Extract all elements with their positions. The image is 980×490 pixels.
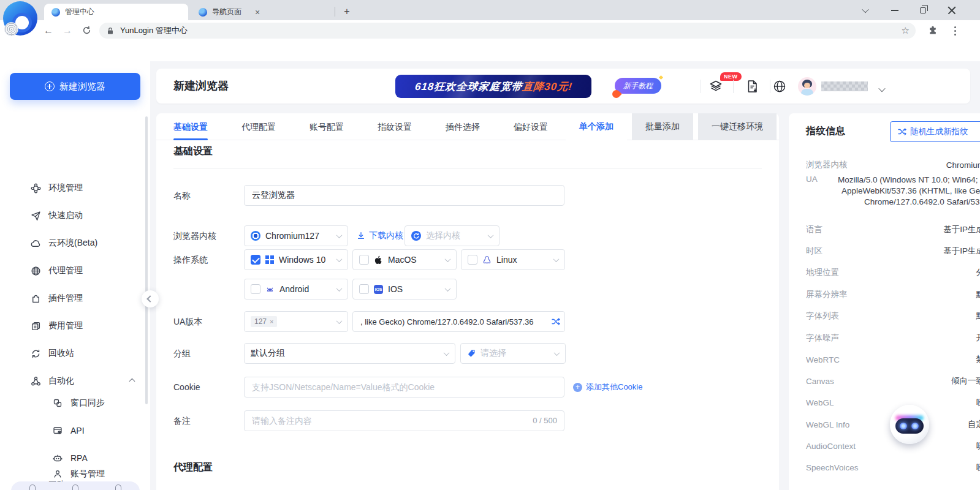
ua-version-select[interactable]: 127× [244, 311, 348, 332]
tab-title: 管理中心 [65, 7, 94, 17]
mode-migrate-env[interactable]: 一键迁移环境 [698, 113, 777, 140]
reload-icon[interactable] [78, 20, 94, 40]
collapse-arrow-icon[interactable] [129, 378, 135, 384]
sidebar-footer-bar[interactable] [11, 481, 140, 490]
checkbox-unchecked[interactable] [251, 284, 260, 294]
fingerprint-row: 时区基于IP生成 [789, 240, 980, 262]
group-select[interactable]: 默认分组 [244, 343, 455, 364]
os-linux-select[interactable]: Linux [461, 249, 565, 270]
name-input[interactable] [244, 185, 564, 206]
add-cookie-link[interactable]: 添加其他Cookie [573, 377, 642, 398]
download-icon [357, 232, 365, 240]
tab-preference-settings[interactable]: 偏好设置 [514, 113, 548, 140]
fingerprint-row: SpeechVoices噪 [789, 457, 980, 478]
os-ios-select[interactable]: IOS [352, 279, 457, 300]
sidebar-item-recycle[interactable]: 回收站 [0, 343, 150, 364]
ua-string-input[interactable] [352, 311, 565, 332]
tutorial-button[interactable]: 新手教程 [615, 78, 661, 94]
browser-tab-active[interactable]: 管理中心 [44, 4, 188, 20]
layers-icon[interactable] [708, 79, 723, 94]
tab-close-icon[interactable]: × [255, 7, 260, 17]
paper-plane-icon [31, 211, 41, 221]
sidebar-item-cloud-env[interactable]: 云环境(Beta) [0, 233, 150, 254]
tab-fingerprint-settings[interactable]: 指纹设置 [378, 113, 412, 140]
promo-banner[interactable]: 618狂欢全球家庭宽带直降30元! [395, 75, 591, 98]
account-chevron-icon[interactable] [879, 83, 884, 94]
tab-proxy-config[interactable]: 代理配置 [241, 113, 276, 140]
new-browser-button[interactable]: 新建浏览器 [10, 73, 140, 100]
os-windows-select[interactable]: Windows 10 [244, 249, 348, 270]
kernel-refresh-icon [411, 231, 421, 241]
sidebar-item-proxy[interactable]: 代理管理 [0, 260, 150, 281]
tag-select[interactable]: 请选择 [460, 343, 566, 364]
download-kernel-link[interactable]: 下载内核 [357, 225, 403, 246]
forward-icon[interactable]: → [59, 20, 75, 40]
app-logo [3, 1, 37, 36]
checkbox-unchecked[interactable] [468, 255, 477, 265]
sidebar-item-plugins[interactable]: 插件管理 [0, 288, 150, 309]
assistant-robot[interactable] [890, 405, 929, 444]
person-icon [53, 469, 63, 480]
sidebar-item-env[interactable]: 环境管理 [0, 178, 150, 198]
checkbox-unchecked[interactable] [359, 284, 369, 294]
import-export-doc-icon[interactable] [745, 79, 760, 94]
back-icon[interactable]: ← [40, 20, 56, 40]
sidebar-scrollbar[interactable] [145, 116, 148, 404]
window-menu-chevron[interactable] [853, 0, 878, 20]
tab-account-config[interactable]: 账号配置 [310, 113, 344, 140]
fingerprint-rows: 语言基于IP生成 时区基于IP生成 地理位置分 屏幕分辨率默 字体列表默 字体噪… [789, 219, 980, 479]
mode-batch-add[interactable]: 批量添加 [632, 113, 693, 140]
fingerprint-row: 浏览器内核 Chromium [789, 156, 980, 173]
tab-title: 导航页面 [212, 7, 241, 17]
sidebar-item-quick-launch[interactable]: 快速启动 [0, 205, 150, 226]
address-bar[interactable]: YunLogin 管理中心 ☆ [99, 23, 916, 39]
bookmark-star-icon[interactable]: ☆ [902, 25, 910, 36]
tab-plugin-select[interactable]: 插件选择 [446, 113, 480, 140]
banner-highlight: 直降30元! [522, 81, 573, 92]
shuffle-icon [898, 127, 906, 136]
sidebar-group-automation[interactable]: 自动化 [0, 371, 150, 391]
checkbox-checked[interactable] [251, 255, 260, 265]
new-tab-button[interactable]: + [340, 4, 354, 19]
language-globe-icon[interactable] [772, 79, 787, 94]
tag-icon [467, 349, 476, 358]
window-restore-button[interactable] [911, 0, 935, 20]
banner-text: 618狂欢全球家庭宽带 [414, 81, 523, 92]
linux-icon [482, 255, 492, 265]
cookie-label: Cookie [173, 377, 200, 398]
fingerprint-row: 屏幕分辨率默 [789, 284, 980, 305]
url-text: YunLogin 管理中心 [120, 25, 188, 36]
remark-input[interactable] [244, 410, 564, 431]
os-android-select[interactable]: Android [244, 279, 348, 300]
fingerprint-title: 指纹信息 [806, 125, 845, 138]
fingerprint-row: 字体列表默 [789, 306, 980, 327]
window-close-button[interactable] [940, 0, 964, 20]
ios-icon [374, 285, 383, 294]
ua-shuffle-icon[interactable] [552, 317, 560, 326]
tag-remove-icon[interactable]: × [270, 318, 273, 325]
os-macos-select[interactable]: MacOS [352, 249, 457, 270]
group-label: 分组 [173, 343, 191, 364]
tab-basic-settings[interactable]: 基础设置 [173, 113, 208, 140]
tab-favicon [199, 8, 207, 17]
browser-menu-icon[interactable] [949, 24, 960, 37]
kernel-select[interactable]: Chromium127 [244, 225, 348, 246]
sidebar-item-api[interactable]: API [0, 420, 150, 441]
avatar[interactable] [798, 77, 816, 96]
tab-separator [335, 7, 335, 17]
sidebar-collapse-handle[interactable] [142, 290, 159, 307]
kernel-label: 浏览器内核 [173, 225, 216, 246]
new-badge: NEW [720, 72, 742, 81]
browser-tab-inactive[interactable]: 导航页面 × [191, 4, 331, 20]
extensions-puzzle-icon[interactable] [925, 20, 941, 40]
cookie-input[interactable] [244, 377, 564, 398]
mode-single-add[interactable]: 单个添加 [566, 113, 627, 140]
window-minimize-button[interactable] [883, 0, 907, 20]
sidebar-item-billing[interactable]: 费用管理 [0, 315, 150, 336]
billing-icon [31, 321, 41, 331]
select-kernel-select[interactable]: 选择内核 [405, 225, 499, 246]
checkbox-unchecked[interactable] [359, 255, 369, 265]
regenerate-fingerprint-button[interactable]: 随机生成新指纹 [890, 121, 980, 142]
android-icon [265, 285, 275, 294]
sidebar-item-window-sync[interactable]: 窗口同步 [0, 393, 150, 413]
